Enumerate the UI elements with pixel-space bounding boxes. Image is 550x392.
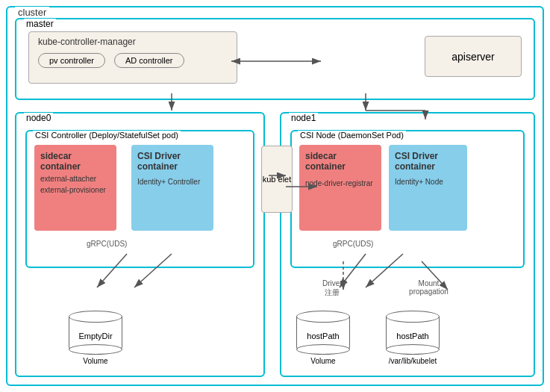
sidecar-controller-sub1: external-attacher (40, 175, 110, 183)
cyl-bottom-hostpath2 (386, 344, 440, 355)
cyl-top-emptydir (69, 311, 122, 323)
sidecar-controller-sub2: external-provisioner (40, 186, 110, 194)
hostpath1-label2: Volume (310, 357, 335, 365)
csi-driver-node-sub: Identity+ Node (395, 178, 461, 186)
hostpath1-label1: hostPath (307, 332, 339, 340)
pv-controller-pill: pv controller (38, 53, 105, 68)
csi-node-box: CSI Node (DaemonSet Pod) sidecar contain… (290, 130, 525, 268)
kcm-pills: pv controller AD controller (38, 53, 184, 68)
cyl-bottom-hostpath1 (296, 344, 350, 355)
hostpath-volume-cylinder: hostPath Volume (296, 311, 350, 365)
apiserver-label: apiserver (451, 51, 495, 63)
hostpath2-label1: hostPath (396, 332, 428, 340)
csi-node-label: CSI Node (DaemonSet Pod) (298, 131, 406, 140)
sidecar-controller-box: sidecar container external-attacher exte… (34, 145, 116, 231)
master-label: master (24, 19, 56, 29)
apiserver-box: apiserver (425, 36, 522, 77)
cluster-box: cluster master kube-controller-manager p… (6, 6, 544, 386)
csi-driver-node-box: CSI Driver container Identity+ Node (389, 145, 467, 231)
sidecar-controller-title: sidecar container (40, 151, 110, 172)
hostpath2-label2: /var/lib/kubelet (389, 357, 437, 365)
sidecar-node-title: sidecar container (305, 151, 375, 172)
node0-label: node0 (24, 113, 53, 123)
kubelet-box: kub elet (261, 146, 293, 213)
emptydir-label1: EmptyDir (78, 332, 112, 340)
node1-label: node1 (289, 113, 318, 123)
node0-box: node0 CSI Controller (Deploy/StatefulSet… (15, 112, 265, 377)
sidecar-node-sub: node-driver-registrar (305, 179, 375, 187)
node1-box: node1 CSI Node (DaemonSet Pod) sidecar c… (280, 112, 535, 377)
grpc-node-label: gRPC(UDS) (333, 240, 373, 248)
csi-driver-controller-sub: Identity+ Controller (137, 178, 207, 186)
csi-driver-controller-box: CSI Driver container Identity+ Controlle… (131, 145, 213, 231)
sidecar-node-box: sidecar container node-driver-registrar (299, 145, 381, 231)
cyl-top-hostpath2 (386, 311, 440, 323)
driver-reg-label: Driver 注册 (322, 279, 343, 298)
cyl-bottom-emptydir (69, 344, 122, 355)
ad-controller-pill: AD controller (114, 53, 184, 68)
kcm-label: kube-controller-manager (38, 37, 136, 47)
kubelet-label: kub elet (263, 175, 292, 184)
driver-label1: Driver (322, 279, 343, 287)
cyl-top-hostpath1 (296, 311, 350, 323)
csi-controller-label: CSI Controller (Deploy/StatefulSet pod) (33, 131, 181, 140)
emptydir-label2: Volume (83, 357, 107, 365)
master-box: master kube-controller-manager pv contro… (15, 18, 535, 100)
emptydir-cylinder: EmptyDir Volume (69, 311, 122, 365)
csi-controller-box: CSI Controller (Deploy/StatefulSet pod) … (25, 130, 254, 268)
csi-driver-node-title: CSI Driver container (395, 151, 461, 172)
grpc-controller-label: gRPC(UDS) (87, 240, 127, 248)
driver-label2: 注册 (325, 288, 340, 296)
cluster-label: cluster (15, 7, 49, 18)
csi-driver-controller-title: CSI Driver container (137, 151, 207, 172)
mount-prop-label: Mount propagation (401, 279, 457, 296)
diagram-root: cluster master kube-controller-manager p… (0, 0, 550, 392)
kcm-box: kube-controller-manager pv controller AD… (28, 31, 237, 84)
hostpath-kubelet-cylinder: hostPath /var/lib/kubelet (386, 311, 440, 365)
